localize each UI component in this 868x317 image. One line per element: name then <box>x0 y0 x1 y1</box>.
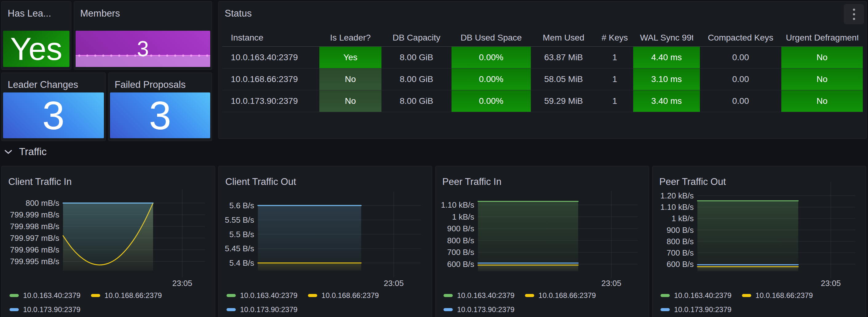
chevron-down-icon <box>4 149 12 154</box>
table-cell: 8.00 GiB <box>381 47 452 68</box>
column-header[interactable]: Compacted Keys <box>700 29 781 46</box>
members-value: 3 <box>137 37 149 61</box>
table-cell: 4.40 ms <box>633 47 700 68</box>
legend-item[interactable]: 10.0.168.66:2379 <box>525 291 596 300</box>
legend-item[interactable]: 10.0.163.40:2379 <box>660 291 732 300</box>
legend-label: 10.0.173.90:2379 <box>23 305 81 314</box>
panel-title[interactable]: Members <box>80 8 120 19</box>
svg-text:800 B/s: 800 B/s <box>667 237 694 246</box>
column-header[interactable]: Urgent Defragment <box>781 29 863 46</box>
panel-leader-changes: Leader Changes 3 <box>1 72 106 141</box>
legend-item[interactable]: 10.0.163.40:2379 <box>226 291 298 300</box>
legend-item[interactable]: 10.0.173.90:2379 <box>9 305 81 314</box>
panel-peer-traffic-out: Peer Traffic Out 1.20 kB/s1.10 kB/s1 kB/… <box>652 166 866 317</box>
legend-item[interactable]: 10.0.173.90:2379 <box>443 305 515 314</box>
chart-legend-row: 10.0.163.40:237910.0.168.66:2379 <box>9 290 162 301</box>
legend-swatch <box>443 294 453 297</box>
svg-text:5.45 B/s: 5.45 B/s <box>225 244 254 253</box>
legend-item[interactable]: 10.0.168.66:2379 <box>91 291 162 300</box>
chart-legend-row: 10.0.173.90:2379 <box>660 305 732 315</box>
legend-item[interactable]: 10.0.168.66:2379 <box>308 291 379 300</box>
table-cell: 0.00 <box>700 68 781 90</box>
table-cell: 10.0.163.40:2379 <box>222 47 319 68</box>
column-header[interactable]: Mem Used <box>531 29 596 46</box>
panel-peer-traffic-in: Peer Traffic In 1.10 kB/s1 kB/s900 B/s80… <box>435 166 649 317</box>
panel-status: Status InstanceIs Leader?DB CapacityDB U… <box>218 1 867 139</box>
table-cell: 1 <box>596 68 633 90</box>
legend-label: 10.0.168.66:2379 <box>321 291 379 300</box>
chart-legend-row: 10.0.173.90:2379 <box>443 305 515 315</box>
legend-label: 10.0.163.40:2379 <box>674 291 732 300</box>
section-traffic-toggle[interactable]: Traffic <box>4 145 47 159</box>
legend-swatch <box>226 308 236 311</box>
svg-text:23:05: 23:05 <box>821 279 841 288</box>
legend-label: 10.0.163.40:2379 <box>240 291 298 300</box>
svg-text:5.55 B/s: 5.55 B/s <box>225 215 254 225</box>
table-cell: 0.00% <box>452 68 531 90</box>
table-cell: 8.00 GiB <box>381 90 452 112</box>
svg-text:1.10 kB/s: 1.10 kB/s <box>441 200 474 210</box>
legend-item[interactable]: 10.0.173.90:2379 <box>660 305 732 314</box>
table-cell: No <box>319 68 381 90</box>
column-header[interactable]: # Keys <box>596 29 633 46</box>
table-cell: 8.00 GiB <box>381 68 452 90</box>
panel-client-traffic-out: Client Traffic Out 5.6 B/s5.55 B/s5.5 B/… <box>218 166 432 317</box>
svg-text:600 B/s: 600 B/s <box>667 259 694 269</box>
panel-title[interactable]: Has Lea... <box>8 8 51 19</box>
legend-swatch <box>443 308 453 311</box>
svg-text:700 B/s: 700 B/s <box>447 248 474 257</box>
svg-text:600 B/s: 600 B/s <box>447 259 474 269</box>
table-cell: 3.40 ms <box>633 90 700 112</box>
section-traffic-label: Traffic <box>19 146 47 158</box>
legend-swatch <box>660 308 670 311</box>
svg-text:900 B/s: 900 B/s <box>447 224 474 233</box>
status-table: InstanceIs Leader?DB CapacityDB Used Spa… <box>222 29 863 112</box>
chart-legend-row: 10.0.173.90:2379 <box>226 305 298 315</box>
legend-label: 10.0.168.66:2379 <box>104 291 162 300</box>
svg-text:1.10 kB/s: 1.10 kB/s <box>660 202 694 212</box>
kebab-menu-icon[interactable] <box>844 4 864 24</box>
table-cell: 59.29 MiB <box>531 90 596 112</box>
svg-text:5.6 B/s: 5.6 B/s <box>229 201 254 210</box>
panel-client-traffic-in: Client Traffic In 800 mB/s799.999 mB/s79… <box>1 166 215 317</box>
svg-text:799.997 mB/s: 799.997 mB/s <box>10 233 59 243</box>
svg-text:1 kB/s: 1 kB/s <box>672 214 694 223</box>
legend-item[interactable]: 10.0.168.66:2379 <box>742 291 813 300</box>
svg-text:800 mB/s: 800 mB/s <box>26 198 59 208</box>
table-cell: No <box>319 90 381 112</box>
column-header[interactable]: Instance <box>222 29 319 46</box>
legend-label: 10.0.173.90:2379 <box>457 305 515 314</box>
svg-text:23:05: 23:05 <box>383 279 404 288</box>
svg-text:1 kB/s: 1 kB/s <box>452 212 474 221</box>
column-header[interactable]: DB Used Space <box>452 29 531 46</box>
column-header[interactable]: WAL Sync 99t <box>633 29 700 46</box>
column-header[interactable]: Is Leader? <box>319 29 381 46</box>
chart-legend-row: 10.0.163.40:237910.0.168.66:2379 <box>443 290 596 301</box>
svg-text:799.998 mB/s: 799.998 mB/s <box>10 222 59 231</box>
table-cell: 10.0.173.90:2379 <box>222 90 319 112</box>
legend-swatch <box>742 294 751 297</box>
status-table-body: 10.0.163.40:2379Yes8.00 GiB0.00%63.87 Mi… <box>222 47 863 112</box>
panel-title[interactable]: Failed Proposals <box>115 79 186 91</box>
status-table-header: InstanceIs Leader?DB CapacityDB Used Spa… <box>222 29 863 47</box>
panel-title[interactable]: Status <box>225 8 252 19</box>
column-header[interactable]: DB Capacity <box>381 29 452 46</box>
table-cell: 58.05 MiB <box>531 68 596 90</box>
table-cell: No <box>781 68 863 90</box>
legend-swatch <box>91 294 100 297</box>
legend-item[interactable]: 10.0.173.90:2379 <box>226 305 298 314</box>
table-cell: 1 <box>596 90 633 112</box>
svg-text:23:05: 23:05 <box>172 279 192 288</box>
table-cell: 0.00% <box>452 47 531 68</box>
panel-title[interactable]: Leader Changes <box>8 79 78 91</box>
leader-changes-value: 3 <box>3 92 104 138</box>
table-cell: Yes <box>319 47 381 68</box>
table-cell: 10.0.168.66:2379 <box>222 68 319 90</box>
legend-item[interactable]: 10.0.163.40:2379 <box>443 291 515 300</box>
panel-members: Members 3 <box>74 1 212 70</box>
table-row: 10.0.163.40:2379Yes8.00 GiB0.00%63.87 Mi… <box>222 47 863 68</box>
panel-has-leader: Has Lea... Yes <box>1 1 71 70</box>
svg-text:23:05: 23:05 <box>601 279 621 288</box>
legend-item[interactable]: 10.0.163.40:2379 <box>9 291 81 300</box>
legend-swatch <box>660 294 670 297</box>
